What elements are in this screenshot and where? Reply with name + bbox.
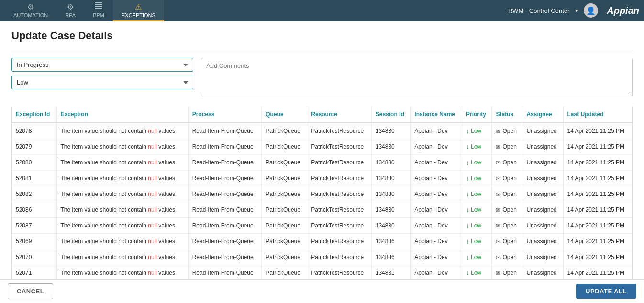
cell-last-updated: 14 Apr 2021 11:25 PM [563,234,632,249]
cell-exception-id[interactable]: 52071 [12,265,56,281]
table-row: 52087 The item value should not contain … [12,218,632,234]
cell-priority: ↓ Low [462,186,492,202]
cell-exception: The item value should not contain null v… [56,123,188,139]
status-label: Open [502,206,516,213]
priority-select[interactable]: Low Medium High [11,76,193,89]
status-label: Open [502,143,516,150]
cell-session-id: 134836 [371,234,411,249]
cell-instance-name: Appian - Dev [411,171,462,186]
priority-down-icon: ↓ [466,127,469,135]
cell-instance-name: Appian - Dev [411,265,462,281]
cell-assignee: Unassigned [522,171,563,186]
cell-resource: PatrickTestResource [307,123,372,139]
cell-session-id: 134830 [371,139,411,155]
avatar[interactable]: 👤 [584,3,598,18]
cell-exception-id[interactable]: 52087 [12,218,56,234]
col-assignee: Assignee [522,106,563,123]
cell-exception-id[interactable]: 52069 [12,234,56,249]
automation-icon: ⚙ [27,2,34,11]
cell-status: ✉ Open [492,234,522,249]
nav-item-automation[interactable]: ⚙ AUTOMATION [5,0,56,21]
cell-process: Read-Item-From-Queue [188,218,262,234]
cell-last-updated: 14 Apr 2021 11:25 PM [563,123,632,139]
nav-item-bpm[interactable]: BPM [84,0,113,21]
user-dropdown-arrow[interactable]: ▼ [574,8,579,13]
cell-priority: ↓ Low [462,265,492,281]
table-row: 52071 The item value should not contain … [12,265,632,281]
cell-assignee: Unassigned [522,249,563,265]
cell-exception-id[interactable]: 52081 [12,171,56,186]
cell-status: ✉ Open [492,171,522,186]
table-row: 52078 The item value should not contain … [12,123,632,139]
exceptions-table: Exception Id Exception Process Queue Res… [12,106,632,281]
priority-label: Low [471,143,481,150]
priority-down-icon: ↓ [466,159,469,166]
form-area: In Progress Open Closed On Hold Low Medi… [11,58,633,96]
nav-item-rpa[interactable]: ⚙ RPA [56,0,84,21]
priority-label: Low [471,254,481,260]
status-label: Open [502,191,516,197]
nav-item-exceptions[interactable]: ⚠ EXCEPTIONS [113,0,164,21]
update-all-button[interactable]: UPDATE ALL [576,284,636,299]
status-label: Open [502,175,516,182]
table-row: 52086 The item value should not contain … [12,202,632,218]
divider [11,50,633,50]
status-icon: ✉ [496,159,501,166]
status-select[interactable]: In Progress Open Closed On Hold [11,58,193,72]
exceptions-icon: ⚠ [135,2,142,11]
cell-exception-id[interactable]: 52080 [12,155,56,171]
status-label: Open [502,222,516,229]
cell-last-updated: 14 Apr 2021 11:25 PM [563,218,632,234]
cell-assignee: Unassigned [522,218,563,234]
nav-label-rpa: RPA [65,12,76,18]
cell-assignee: Unassigned [522,202,563,218]
nav-label-exceptions: EXCEPTIONS [122,12,155,18]
col-process: Process [188,106,262,123]
cell-exception-id[interactable]: 52082 [12,186,56,202]
cell-instance-name: Appian - Dev [411,218,462,234]
col-exception: Exception [56,106,188,123]
comments-textarea[interactable] [201,58,633,96]
cell-assignee: Unassigned [522,123,563,139]
cell-last-updated: 14 Apr 2021 11:25 PM [563,186,632,202]
cell-session-id: 134830 [371,186,411,202]
cell-exception-id[interactable]: 52079 [12,139,56,155]
cell-exception-id[interactable]: 52078 [12,123,56,139]
cell-session-id: 134836 [371,249,411,265]
cell-session-id: 134830 [371,171,411,186]
cell-status: ✉ Open [492,218,522,234]
cell-process: Read-Item-From-Queue [188,249,262,265]
cell-process: Read-Item-From-Queue [188,155,262,171]
table-row: 52069 The item value should not contain … [12,234,632,249]
priority-down-icon: ↓ [466,253,469,261]
form-left: In Progress Open Closed On Hold Low Medi… [11,58,193,89]
appian-logo: Appian [607,5,639,16]
cell-assignee: Unassigned [522,234,563,249]
priority-down-icon: ↓ [466,143,469,151]
table-header-row: Exception Id Exception Process Queue Res… [12,106,632,123]
cell-assignee: Unassigned [522,265,563,281]
priority-label: Low [471,238,481,245]
cell-resource: PatrickTestResource [307,265,372,281]
cell-queue: PatrickQueue [262,155,307,171]
svg-rect-0 [95,2,102,3]
svg-rect-3 [95,8,102,9]
cell-priority: ↓ Low [462,202,492,218]
priority-down-icon: ↓ [466,174,469,182]
status-icon: ✉ [496,238,501,245]
status-label: Open [502,238,516,245]
priority-down-icon: ↓ [466,222,469,229]
cell-resource: PatrickTestResource [307,171,372,186]
cell-priority: ↓ Low [462,171,492,186]
cell-resource: PatrickTestResource [307,155,372,171]
cell-queue: PatrickQueue [262,265,307,281]
priority-down-icon: ↓ [466,206,469,214]
svg-rect-1 [95,4,102,5]
cell-exception: The item value should not contain null v… [56,171,188,186]
page-title: Update Case Details [11,30,633,42]
cell-exception-id[interactable]: 52086 [12,202,56,218]
cancel-button[interactable]: CANCEL [8,283,53,299]
status-icon: ✉ [496,128,501,135]
cell-process: Read-Item-From-Queue [188,171,262,186]
cell-exception-id[interactable]: 52070 [12,249,56,265]
